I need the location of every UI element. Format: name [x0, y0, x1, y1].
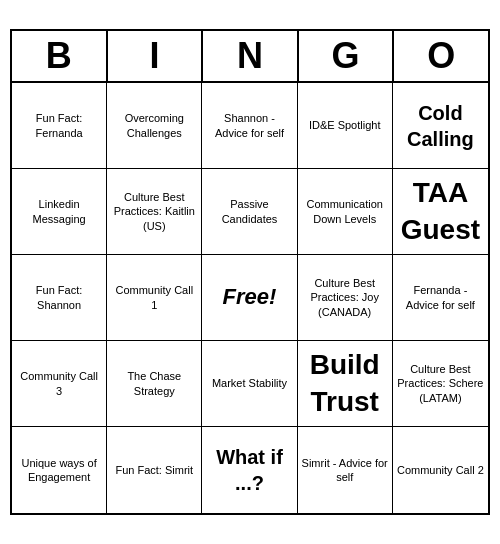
bingo-header: BINGO [12, 31, 488, 83]
bingo-cell-13: Culture Best Practices: Joy (CANADA) [298, 255, 393, 341]
bingo-cell-2: Shannon - Advice for self [202, 83, 297, 169]
bingo-cell-22: What if ...? [202, 427, 297, 513]
bingo-cell-0: Fun Fact: Fernanda [12, 83, 107, 169]
bingo-cell-24: Community Call 2 [393, 427, 488, 513]
bingo-cell-16: The Chase Strategy [107, 341, 202, 427]
bingo-cell-14: Fernanda - Advice for self [393, 255, 488, 341]
bingo-cell-8: Communication Down Levels [298, 169, 393, 255]
bingo-cell-7: Passive Candidates [202, 169, 297, 255]
bingo-cell-21: Fun Fact: Simrit [107, 427, 202, 513]
bingo-cell-4: Cold Calling [393, 83, 488, 169]
bingo-cell-12: Free! [202, 255, 297, 341]
bingo-cell-19: Culture Best Practices: Schere (LATAM) [393, 341, 488, 427]
header-letter-b: B [12, 31, 108, 81]
bingo-card: BINGO Fun Fact: FernandaOvercoming Chall… [10, 29, 490, 515]
bingo-cell-20: Unique ways of Engagement [12, 427, 107, 513]
bingo-cell-5: Linkedin Messaging [12, 169, 107, 255]
header-letter-o: O [394, 31, 488, 81]
bingo-cell-9: TAA Guest [393, 169, 488, 255]
bingo-cell-17: Market Stability [202, 341, 297, 427]
header-letter-g: G [299, 31, 395, 81]
bingo-cell-6: Culture Best Practices: Kaitlin (US) [107, 169, 202, 255]
bingo-cell-3: ID&E Spotlight [298, 83, 393, 169]
bingo-cell-1: Overcoming Challenges [107, 83, 202, 169]
bingo-grid: Fun Fact: FernandaOvercoming ChallengesS… [12, 83, 488, 513]
bingo-cell-11: Community Call 1 [107, 255, 202, 341]
header-letter-i: I [108, 31, 204, 81]
bingo-cell-23: Simrit - Advice for self [298, 427, 393, 513]
bingo-cell-18: Build Trust [298, 341, 393, 427]
bingo-cell-15: Community Call 3 [12, 341, 107, 427]
header-letter-n: N [203, 31, 299, 81]
bingo-cell-10: Fun Fact: Shannon [12, 255, 107, 341]
